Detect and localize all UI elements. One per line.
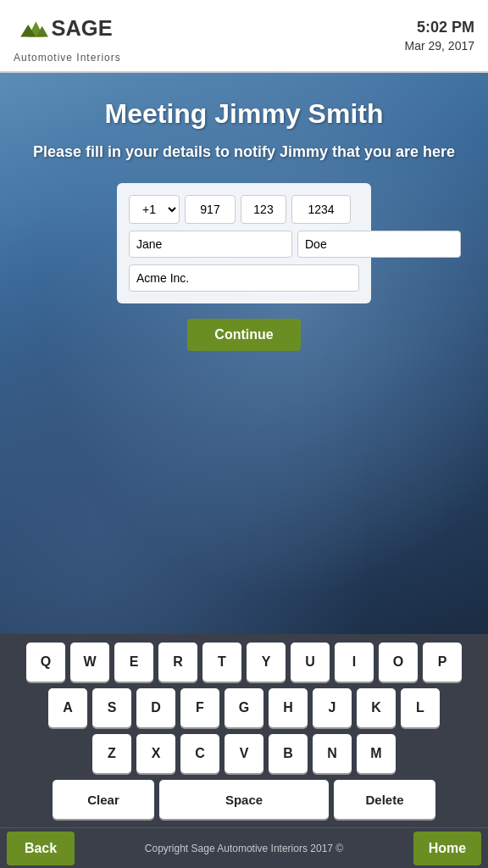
keyboard: QWERTYUIOP ASDFGHJKL ZXCVBNM Clear Space… <box>0 634 488 827</box>
keyboard-row-3: ZXCVBNM <box>7 734 481 773</box>
key-e[interactable]: E <box>114 643 153 682</box>
key-p[interactable]: P <box>423 643 462 682</box>
keyboard-row-2: ASDFGHJKL <box>7 688 481 727</box>
phone-row: +1 +44 +49 <box>129 195 359 224</box>
name-row <box>129 231 359 258</box>
key-k[interactable]: K <box>357 688 396 727</box>
keyboard-row-1: QWERTYUIOP <box>7 643 481 682</box>
key-u[interactable]: U <box>291 643 330 682</box>
key-y[interactable]: Y <box>247 643 286 682</box>
meeting-title: Meeting Jimmy Smith <box>105 98 384 130</box>
key-h[interactable]: H <box>269 688 308 727</box>
key-c[interactable]: C <box>180 734 219 773</box>
key-f[interactable]: F <box>180 688 219 727</box>
time-display: 5:02 PM <box>405 17 475 38</box>
sage-logo: SAGE <box>14 8 115 50</box>
key-n[interactable]: N <box>313 734 352 773</box>
key-l[interactable]: L <box>401 688 440 727</box>
country-code-select[interactable]: +1 +44 +49 <box>129 195 180 224</box>
space-key[interactable]: Space <box>159 780 329 819</box>
datetime: 5:02 PM Mar 29, 2017 <box>405 17 475 55</box>
footer-nav: Back Copyright Sage Automotive Interiors… <box>0 827 488 868</box>
meeting-subtitle: Please fill in your details to notify Ji… <box>33 142 455 163</box>
key-d[interactable]: D <box>136 688 175 727</box>
key-q[interactable]: Q <box>26 643 65 682</box>
keyboard-bottom-row: Clear Space Delete <box>7 780 481 819</box>
continue-button[interactable]: Continue <box>187 319 300 351</box>
key-a[interactable]: A <box>48 688 87 727</box>
phone-area-input[interactable] <box>185 195 236 224</box>
key-v[interactable]: V <box>225 734 263 773</box>
delete-key[interactable]: Delete <box>334 780 435 819</box>
date-display: Mar 29, 2017 <box>405 38 475 55</box>
main-content: Meeting Jimmy Smith Please fill in your … <box>0 73 488 368</box>
key-t[interactable]: T <box>202 643 241 682</box>
key-m[interactable]: M <box>357 734 396 773</box>
key-o[interactable]: O <box>379 643 418 682</box>
key-g[interactable]: G <box>225 688 263 727</box>
key-z[interactable]: Z <box>92 734 131 773</box>
key-b[interactable]: B <box>269 734 308 773</box>
back-button[interactable]: Back <box>7 832 75 865</box>
logo-area: SAGE Automotive Interiors <box>14 8 121 64</box>
home-button[interactable]: Home <box>413 832 481 865</box>
clear-key[interactable]: Clear <box>53 780 154 819</box>
company-input[interactable] <box>129 264 359 292</box>
key-s[interactable]: S <box>92 688 131 727</box>
svg-text:SAGE: SAGE <box>52 16 113 40</box>
header: SAGE Automotive Interiors 5:02 PM Mar 29… <box>0 0 488 73</box>
key-x[interactable]: X <box>136 734 175 773</box>
last-name-input[interactable] <box>297 231 461 258</box>
key-j[interactable]: J <box>313 688 352 727</box>
phone-line-input[interactable] <box>291 195 351 224</box>
phone-prefix-input[interactable] <box>241 195 286 224</box>
key-i[interactable]: I <box>335 643 374 682</box>
key-r[interactable]: R <box>158 643 197 682</box>
footer-copyright: Copyright Sage Automotive Interiors 2017… <box>81 843 407 854</box>
first-name-input[interactable] <box>129 231 292 258</box>
logo-subtitle: Automotive Interiors <box>14 52 121 64</box>
visitor-form: +1 +44 +49 <box>117 183 371 303</box>
key-w[interactable]: W <box>70 643 109 682</box>
